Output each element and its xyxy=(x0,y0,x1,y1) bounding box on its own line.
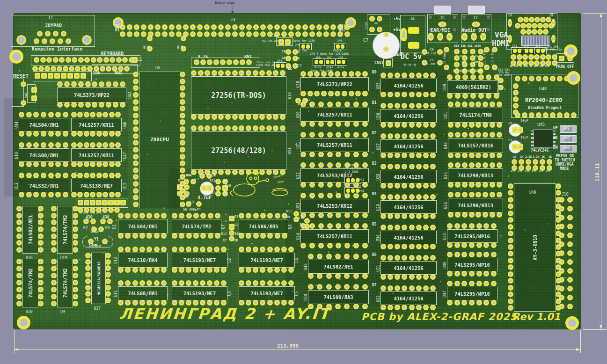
ic-refdes: U41 xyxy=(444,112,448,118)
silkscreen-label: Open for 256k xyxy=(311,69,333,72)
silkscreen-label: 1K xyxy=(184,196,188,199)
pad xyxy=(35,73,40,79)
pad xyxy=(388,305,393,310)
silkscreen-label: JP4 xyxy=(277,59,282,62)
pad xyxy=(362,273,368,279)
pad xyxy=(134,31,139,37)
pad xyxy=(55,192,61,197)
pad xyxy=(556,258,561,263)
pad xyxy=(520,29,526,35)
pad xyxy=(45,31,51,36)
pad xyxy=(470,49,475,54)
pad xyxy=(461,252,467,257)
silkscreen-label: JP2 xyxy=(524,44,529,47)
pad xyxy=(454,271,460,277)
pad xyxy=(19,142,24,148)
ic-U2: 74LS193/ИЕ7U2 xyxy=(172,253,227,268)
pad xyxy=(118,267,124,273)
pad xyxy=(486,93,491,99)
ic-refdes: U17 xyxy=(94,306,101,311)
pad xyxy=(274,267,280,273)
pad xyxy=(232,24,238,30)
ic-label: AY-3-8910 xyxy=(533,235,538,260)
pad xyxy=(63,192,68,197)
pad xyxy=(416,164,422,169)
pad xyxy=(362,162,368,168)
pad xyxy=(239,247,244,252)
oval-pad xyxy=(508,19,512,27)
silkscreen-label: 1K xyxy=(541,155,545,158)
pad xyxy=(246,24,252,30)
ic-label: 74LS86/ЛП5 xyxy=(239,223,288,229)
pad xyxy=(559,56,564,61)
pad xyxy=(85,265,91,271)
pad xyxy=(133,174,139,180)
pad xyxy=(133,140,139,146)
ic-label: 74LS373/ИР22 xyxy=(58,92,126,98)
ic-label: 74LS193/ИЕ7 xyxy=(239,291,294,296)
pad xyxy=(454,281,460,286)
pad xyxy=(133,202,139,207)
pad xyxy=(380,133,386,139)
pad xyxy=(179,213,184,218)
silkscreen-label: Open for 128k xyxy=(293,39,315,42)
ic-label: 4164/41256 xyxy=(381,265,436,270)
pad xyxy=(409,133,415,139)
pad xyxy=(475,212,481,218)
pad xyxy=(537,29,543,35)
pad xyxy=(529,112,534,118)
pad xyxy=(172,267,177,273)
pad xyxy=(508,291,513,297)
ic-refdes: U35 xyxy=(443,233,447,240)
pad xyxy=(497,153,502,158)
pad xyxy=(556,190,561,196)
pad xyxy=(260,213,266,218)
pad xyxy=(564,112,570,118)
ic-label: Z80CPU xyxy=(139,137,180,143)
pad xyxy=(161,280,167,286)
via xyxy=(359,185,361,187)
pad xyxy=(285,49,291,55)
pad xyxy=(115,131,121,137)
silkscreen-label: JP9 xyxy=(315,56,321,59)
pad xyxy=(409,183,415,189)
pad xyxy=(61,73,66,79)
via xyxy=(251,243,253,244)
pad xyxy=(169,24,175,30)
pad xyxy=(454,300,460,306)
oval-pad xyxy=(437,33,443,41)
pad xyxy=(59,57,65,63)
pad xyxy=(133,106,139,111)
pad xyxy=(543,112,548,118)
pad xyxy=(16,206,22,211)
pcb-3d-viewport[interactable]: 74LS373/ИР22U4274LS04/ЛН1U4474LS257/КП11… xyxy=(0,0,607,364)
pad xyxy=(386,60,391,66)
ic-U21: 74LS257/КП11U21 xyxy=(300,138,369,152)
pad xyxy=(323,31,329,37)
silkscreen-label: 10k xyxy=(93,71,100,75)
jumper xyxy=(335,58,347,66)
pad xyxy=(38,259,44,264)
pad xyxy=(295,24,301,30)
ic-label: 4164/41256 xyxy=(381,113,436,118)
pad xyxy=(490,153,495,158)
pad xyxy=(73,226,78,232)
pad xyxy=(239,125,244,131)
pad xyxy=(455,93,461,99)
pad xyxy=(380,213,386,219)
pad xyxy=(491,300,497,306)
pad xyxy=(201,185,207,191)
pad xyxy=(225,125,231,131)
silkscreen-label: 4.7uF xyxy=(197,196,212,200)
pad xyxy=(176,24,182,30)
pad xyxy=(330,31,336,37)
pad xyxy=(198,114,204,120)
silkscreen-label: SW4 xyxy=(563,146,570,150)
pad xyxy=(380,225,386,230)
silkscreen-label: A32 xyxy=(339,24,345,28)
pad xyxy=(462,102,468,107)
pad xyxy=(448,182,453,188)
pad xyxy=(508,305,513,311)
pad xyxy=(200,280,205,286)
connector-pin xyxy=(487,28,490,31)
